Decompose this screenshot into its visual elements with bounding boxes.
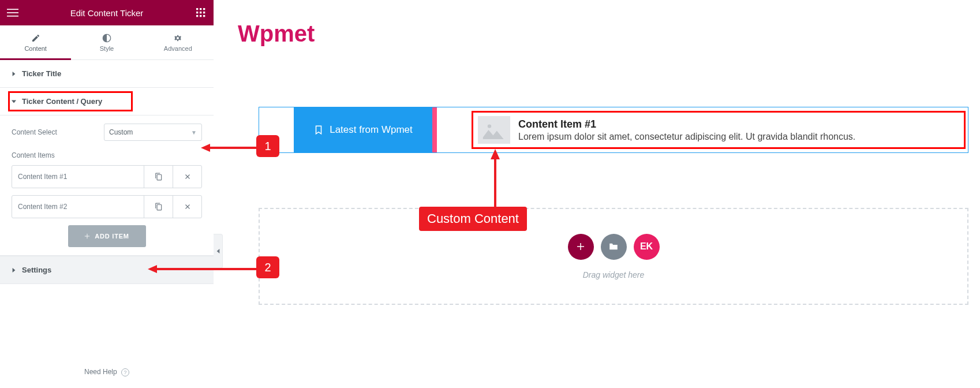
svg-marker-17 [148,265,157,273]
tab-advanced[interactable]: Advanced [143,25,214,59]
section-ticker-title[interactable]: Ticker Title [0,60,214,88]
svg-rect-9 [196,15,198,17]
bookmark-icon [313,125,324,135]
plus-icon [575,241,586,252]
controls-panel: Ticker Title Ticker Content / Query Cont… [0,60,214,356]
svg-rect-7 [200,12,201,13]
copy-icon [155,173,163,181]
svg-point-13 [488,124,491,128]
svg-rect-4 [200,8,201,10]
add-section-button[interactable] [568,234,594,260]
section-body-ticker-content: Content Select Custom ▼ Content Items Co… [0,115,214,256]
help-icon: ? [121,368,129,376]
sidebar-title: Edit Content Ticker [70,8,144,18]
content-item-2[interactable]: Content Item #2 [12,196,144,218]
caret-right-icon [12,268,16,273]
content-item-row: Content Item #2 [12,195,202,218]
ticker-item-description: Lorem ipsum dolor sit amet, consectetur … [518,132,855,142]
content-items-label: Content Items [12,151,202,159]
content-item-1[interactable]: Content Item #1 [12,166,144,188]
plus-icon [84,233,90,239]
need-help-link[interactable]: Need Help ? [0,356,214,388]
svg-rect-8 [203,12,205,13]
apps-icon[interactable] [194,6,208,20]
annotation-number-2: 2 [256,256,279,278]
image-icon [482,121,506,139]
widget-dropzone[interactable]: EK Drag widget here [259,208,968,305]
annotation-arrow-2 [148,263,257,275]
content-select-label: Content Select [12,128,104,136]
remove-item-button[interactable] [173,166,201,188]
close-icon [184,173,192,181]
ticker-text: Content Item #1 Lorem ipsum dolor sit am… [518,118,855,142]
image-placeholder [478,116,510,144]
close-icon [184,203,192,211]
menu-icon[interactable] [6,6,20,20]
chevron-down-icon: ▼ [191,129,197,136]
section-ticker-content[interactable]: Ticker Content / Query [0,88,214,115]
ticker-item-title: Content Item #1 [518,118,855,130]
svg-rect-5 [203,8,205,10]
sidebar-header: Edit Content Ticker [0,0,214,25]
caret-down-icon [12,99,16,104]
template-library-button[interactable] [601,234,627,260]
ticker-content-item: Content Item #1 Lorem ipsum dolor sit am… [472,111,966,149]
contrast-icon [102,33,111,43]
svg-rect-11 [203,15,205,17]
annotation-arrow-content [484,149,507,209]
duplicate-item-button[interactable] [144,166,173,188]
tab-content[interactable]: Content [0,25,71,59]
duplicate-item-button[interactable] [144,196,173,218]
svg-rect-3 [196,8,198,10]
svg-rect-0 [7,9,18,10]
content-select-row: Content Select Custom ▼ [12,124,202,141]
elementskit-button[interactable]: EK [634,234,660,260]
content-select-dropdown[interactable]: Custom ▼ [104,124,202,141]
remove-item-button[interactable] [173,196,201,218]
ticker-widget[interactable]: Latest from Wpmet Content Item #1 Lorem … [259,107,968,153]
content-item-row: Content Item #1 [12,165,202,188]
editor-tabs: Content Style Advanced [0,25,214,60]
svg-rect-10 [200,15,201,17]
dropzone-hint: Drag widget here [583,270,645,279]
svg-marker-19 [491,149,500,159]
caret-right-icon [12,72,16,76]
preview-area: Wpmet Latest from Wpmet Content Item #1 … [223,0,980,388]
editor-sidebar: Edit Content Ticker Content Style Advanc… [0,0,214,388]
ticker-accent [432,107,437,152]
annotation-custom-content: Custom Content [419,207,527,231]
svg-marker-15 [201,144,210,152]
pencil-icon [31,33,40,43]
svg-rect-2 [7,16,18,17]
ticker-label: Latest from Wpmet [294,107,432,152]
add-item-button[interactable]: ADD ITEM [68,225,146,247]
tab-style[interactable]: Style [71,25,142,59]
svg-rect-6 [196,12,198,13]
chevron-left-icon [216,248,220,254]
gear-icon [173,33,182,43]
copy-icon [155,203,163,211]
page-title: Wpmet [238,21,980,47]
folder-icon [608,241,619,252]
annotation-arrow-1 [201,142,257,154]
annotation-number-1: 1 [256,135,279,157]
svg-rect-1 [7,12,18,13]
dropzone-actions: EK [568,234,660,260]
